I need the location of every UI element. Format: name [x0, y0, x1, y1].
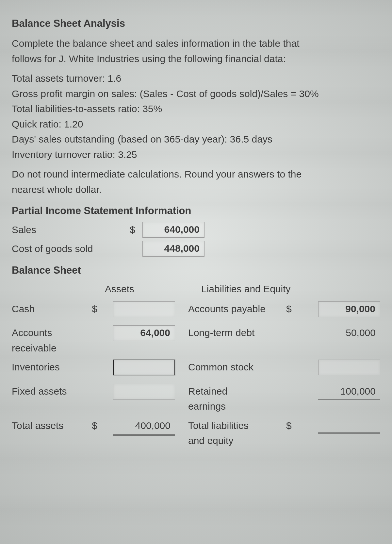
- data-line-2: Gross profit margin on sales: (Sales - C…: [12, 88, 319, 99]
- common-stock-input[interactable]: [318, 360, 380, 375]
- retained-earnings-label: Retainedearnings: [188, 384, 286, 414]
- note-line-1: Do not round intermediate calculations. …: [12, 169, 302, 179]
- data-line-4: Quick ratio: 1.20: [12, 119, 83, 129]
- dollar-sign: $: [84, 418, 100, 434]
- sales-input[interactable]: 640,000: [142, 222, 204, 238]
- note-line-2: nearest whole dollar.: [12, 184, 102, 195]
- intro-line-2: follows for J. White Industries using th…: [12, 53, 286, 64]
- cogs-label: Cost of goods sold: [12, 241, 123, 257]
- cogs-input[interactable]: 448,000: [142, 241, 204, 257]
- total-assets-label: Total assets: [12, 418, 84, 434]
- data-line-5: Days' sales outstanding (based on 365-da…: [12, 134, 272, 144]
- total-assets-value: 400,000: [113, 418, 175, 436]
- dollar-sign: $: [123, 222, 142, 238]
- page-title: Balance Sheet Analysis: [12, 16, 380, 31]
- accounts-receivable-label: Accountsreceivable: [12, 325, 84, 356]
- accounts-payable-input[interactable]: 90,000: [318, 301, 380, 317]
- inventories-label: Inventories: [12, 360, 84, 375]
- income-statement-heading: Partial Income Statement Information: [12, 203, 380, 219]
- long-term-debt-value: 50,000: [318, 325, 380, 341]
- assets-header: Assets: [12, 281, 188, 297]
- fixed-assets-label: Fixed assets: [12, 384, 84, 399]
- inventories-input[interactable]: [113, 360, 175, 375]
- common-stock-label: Common stock: [188, 360, 286, 375]
- intro-line-1: Complete the balance sheet and sales inf…: [12, 38, 300, 49]
- data-line-3: Total liabilities-to-assets ratio: 35%: [12, 103, 162, 114]
- intro-paragraph: Complete the balance sheet and sales inf…: [12, 36, 380, 66]
- data-line-1: Total assets turnover: 1.6: [12, 73, 121, 84]
- total-liabilities-equity-label: Total liabilitiesand equity: [188, 418, 286, 449]
- cash-input[interactable]: [113, 301, 175, 317]
- retained-earnings-value: 100,000: [318, 384, 380, 400]
- accounts-receivable-input[interactable]: 64,000: [113, 325, 175, 341]
- financial-data-block: Total assets turnover: 1.6 Gross profit …: [12, 71, 380, 162]
- long-term-debt-label: Long-term debt: [188, 325, 286, 341]
- balance-sheet-heading: Balance Sheet: [12, 263, 380, 278]
- dollar-sign: $: [84, 301, 100, 317]
- sales-row: Sales $ 640,000: [12, 222, 380, 238]
- accounts-payable-label: Accounts payable: [188, 301, 286, 317]
- liabilities-equity-header: Liabilities and Equity: [188, 281, 380, 297]
- dollar-sign: $: [286, 301, 296, 317]
- total-liabilities-equity-input[interactable]: [318, 418, 380, 434]
- cash-label: Cash: [12, 301, 84, 317]
- sales-label: Sales: [12, 222, 123, 238]
- fixed-assets-input[interactable]: [113, 384, 175, 400]
- cogs-row: Cost of goods sold 448,000: [12, 241, 380, 257]
- dollar-sign: $: [286, 418, 296, 434]
- data-line-6: Inventory turnover ratio: 3.25: [12, 149, 137, 160]
- balance-sheet-column-headers: Assets Liabilities and Equity: [12, 281, 380, 297]
- rounding-note: Do not round intermediate calculations. …: [12, 167, 380, 197]
